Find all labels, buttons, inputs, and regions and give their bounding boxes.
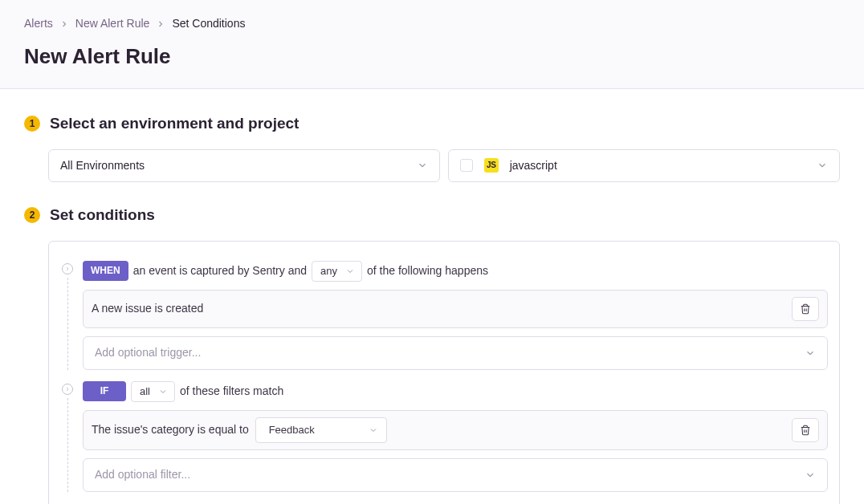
breadcrumb: Alerts New Alert Rule Set Conditions — [24, 16, 840, 32]
chevron-down-icon — [369, 425, 378, 435]
when-rule-row: A new issue is created — [83, 290, 828, 328]
chevron-right-icon — [59, 19, 69, 29]
when-any-all-select[interactable]: any — [312, 261, 362, 282]
when-selector-value: any — [320, 264, 337, 278]
when-rule-text: A new issue is created — [92, 301, 203, 317]
conditions-panel: WHEN an event is captured by Sentry and … — [48, 241, 840, 504]
project-select[interactable]: JS javascript — [448, 149, 840, 183]
if-any-all-select[interactable]: all — [131, 381, 175, 402]
add-filter-placeholder: Add optional filter... — [95, 467, 190, 483]
environment-select[interactable]: All Environments — [48, 149, 440, 183]
add-trigger-placeholder: Add optional trigger... — [95, 345, 201, 361]
delete-when-rule-button[interactable] — [792, 297, 819, 321]
trash-icon — [800, 303, 811, 315]
timeline-line — [67, 278, 68, 370]
section-title: Select an environment and project — [50, 113, 299, 135]
section-heading: 1 Select an environment and project — [24, 113, 840, 135]
delete-if-rule-button[interactable] — [792, 418, 819, 442]
timeline-marker — [60, 384, 75, 492]
chevron-down-icon — [345, 266, 355, 276]
environment-value: All Environments — [60, 158, 145, 174]
platform-icon-placeholder — [460, 159, 473, 172]
add-trigger-select[interactable]: Add optional trigger... — [83, 336, 828, 370]
if-pill: IF — [83, 381, 126, 401]
chevron-down-icon — [805, 348, 816, 359]
content-area: 1 Select an environment and project All … — [0, 89, 864, 504]
chevron-down-icon — [805, 469, 816, 481]
trash-icon — [800, 425, 811, 436]
if-rule-prefix: The issue's category is equal to — [92, 422, 249, 438]
chevron-right-circle-icon — [62, 263, 73, 274]
section-environment-project: 1 Select an environment and project All … — [24, 113, 840, 182]
step-badge-1: 1 — [24, 116, 40, 132]
chevron-down-icon — [158, 387, 168, 396]
breadcrumb-new-alert-rule[interactable]: New Alert Rule — [75, 16, 150, 32]
timeline-marker — [60, 263, 75, 370]
breadcrumb-alerts[interactable]: Alerts — [24, 16, 53, 32]
add-filter-select[interactable]: Add optional filter... — [83, 458, 828, 492]
environment-project-row: All Environments JS javascript — [24, 149, 840, 183]
section-heading: 2 Set conditions — [24, 205, 840, 226]
timeline-line — [67, 398, 68, 492]
chevron-right-circle-icon — [62, 384, 73, 395]
chevron-right-icon — [156, 19, 165, 29]
chevron-down-icon — [817, 160, 828, 171]
section-title: Set conditions — [50, 205, 155, 226]
when-text-before: an event is captured by Sentry and — [133, 263, 307, 279]
section-set-conditions: 2 Set conditions WHEN an event is captur… — [24, 205, 840, 504]
breadcrumb-current: Set Conditions — [172, 16, 245, 32]
page-header: Alerts New Alert Rule Set Conditions New… — [0, 0, 864, 89]
if-selector-value: all — [140, 384, 150, 399]
if-category-value: Feedback — [269, 423, 315, 437]
page-title: New Alert Rule — [24, 42, 840, 71]
if-category-select[interactable]: Feedback — [255, 417, 387, 443]
when-condition-line: WHEN an event is captured by Sentry and … — [83, 261, 828, 282]
step-badge-2: 2 — [24, 207, 40, 223]
project-value: javascript — [510, 158, 557, 174]
if-rule-row: The issue's category is equal to Feedbac… — [83, 410, 828, 450]
when-pill: WHEN — [83, 261, 128, 281]
if-condition-line: IF all of these filters match — [83, 381, 828, 402]
platform-badge: JS — [484, 158, 499, 173]
condition-if-block: IF all of these filters match The issue'… — [60, 381, 828, 492]
when-text-after: of the following happens — [367, 263, 488, 279]
if-text-after: of these filters match — [180, 384, 283, 400]
chevron-down-icon — [417, 160, 428, 171]
condition-when-block: WHEN an event is captured by Sentry and … — [60, 261, 828, 381]
